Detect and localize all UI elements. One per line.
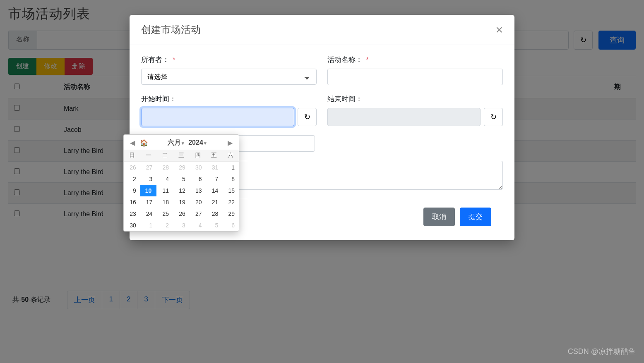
weekday-label: 三: [173, 150, 190, 162]
submit-button[interactable]: 提交: [460, 208, 491, 226]
day-cell[interactable]: 29: [222, 208, 239, 220]
day-cell[interactable]: 6: [222, 220, 239, 231]
day-cell[interactable]: 5: [173, 173, 190, 185]
start-time-label: 开始时间：: [141, 94, 317, 104]
weekday-label: 五: [206, 150, 223, 162]
day-cell[interactable]: 30: [124, 220, 140, 231]
day-cell[interactable]: 17: [140, 196, 157, 208]
end-time-clear-icon[interactable]: ↻: [484, 108, 503, 126]
day-cell[interactable]: 31: [206, 162, 223, 174]
day-cell[interactable]: 25: [156, 208, 173, 220]
day-cell[interactable]: 4: [156, 173, 173, 185]
datepicker-header: ◀ 🏠 六月▾ 2024▾ ▶: [124, 135, 239, 150]
close-icon[interactable]: ×: [495, 24, 503, 36]
day-cell[interactable]: 11: [156, 185, 173, 196]
day-cell[interactable]: 10: [140, 185, 157, 196]
weekday-label: 二: [156, 150, 173, 162]
modal-header: 创建市场活动 ×: [130, 15, 514, 45]
month-label[interactable]: 六月: [168, 139, 181, 146]
end-time-input[interactable]: [327, 108, 481, 126]
weekday-label: 日: [124, 150, 140, 162]
activity-name-label: 活动名称：*: [327, 55, 503, 64]
owner-select[interactable]: 请选择: [141, 69, 317, 85]
day-cell[interactable]: 24: [140, 208, 157, 220]
day-cell[interactable]: 1: [222, 162, 239, 174]
day-cell[interactable]: 27: [140, 162, 157, 174]
day-cell[interactable]: 3: [173, 220, 190, 231]
day-cell[interactable]: 12: [173, 185, 190, 196]
day-cell[interactable]: 2: [156, 220, 173, 231]
start-time-input[interactable]: [141, 108, 294, 126]
day-cell[interactable]: 30: [190, 162, 206, 174]
day-cell[interactable]: 9: [124, 185, 140, 196]
day-cell[interactable]: 29: [173, 162, 190, 174]
day-cell[interactable]: 27: [190, 208, 206, 220]
home-icon[interactable]: 🏠: [139, 138, 149, 147]
weekday-label: 六: [222, 150, 239, 162]
day-cell[interactable]: 6: [190, 173, 206, 185]
end-time-label: 结束时间：: [327, 94, 503, 104]
day-cell[interactable]: 8: [222, 173, 239, 185]
day-cell[interactable]: 23: [124, 208, 140, 220]
weekday-label: 一: [140, 150, 157, 162]
day-cell[interactable]: 18: [156, 196, 173, 208]
next-month-icon[interactable]: ▶: [226, 138, 235, 147]
day-cell[interactable]: 1: [140, 220, 157, 231]
day-cell[interactable]: 3: [140, 173, 157, 185]
day-cell[interactable]: 19: [173, 196, 190, 208]
day-cell[interactable]: 28: [156, 162, 173, 174]
day-cell[interactable]: 7: [206, 173, 223, 185]
day-cell[interactable]: 21: [206, 196, 223, 208]
datepicker-title: 六月▾ 2024▾: [168, 139, 207, 147]
start-time-clear-icon[interactable]: ↻: [298, 108, 317, 126]
day-cell[interactable]: 2: [124, 173, 140, 185]
prev-month-icon[interactable]: ◀: [128, 138, 137, 147]
day-cell[interactable]: 14: [206, 185, 223, 196]
day-cell[interactable]: 22: [222, 196, 239, 208]
modal-title: 创建市场活动: [141, 23, 201, 36]
activity-name-input[interactable]: [327, 69, 503, 85]
day-cell[interactable]: 20: [190, 196, 206, 208]
watermark: CSDN @凉拌糖醋鱼: [568, 346, 636, 356]
datepicker-grid: 日一二三四五六 26272829303112345678910111213141…: [124, 150, 239, 231]
year-label[interactable]: 2024: [188, 139, 203, 146]
day-cell[interactable]: 15: [222, 185, 239, 196]
day-cell[interactable]: 4: [190, 220, 206, 231]
day-cell[interactable]: 28: [206, 208, 223, 220]
day-cell[interactable]: 16: [124, 196, 140, 208]
day-cell[interactable]: 13: [190, 185, 206, 196]
day-cell[interactable]: 5: [206, 220, 223, 231]
day-cell[interactable]: 26: [173, 208, 190, 220]
datepicker: ◀ 🏠 六月▾ 2024▾ ▶ 日一二三四五六 2627282930311234…: [123, 134, 239, 232]
day-cell[interactable]: 26: [124, 162, 140, 174]
cancel-button[interactable]: 取消: [423, 208, 455, 226]
owner-label: 所有者：*: [141, 55, 317, 64]
weekday-label: 四: [190, 150, 206, 162]
